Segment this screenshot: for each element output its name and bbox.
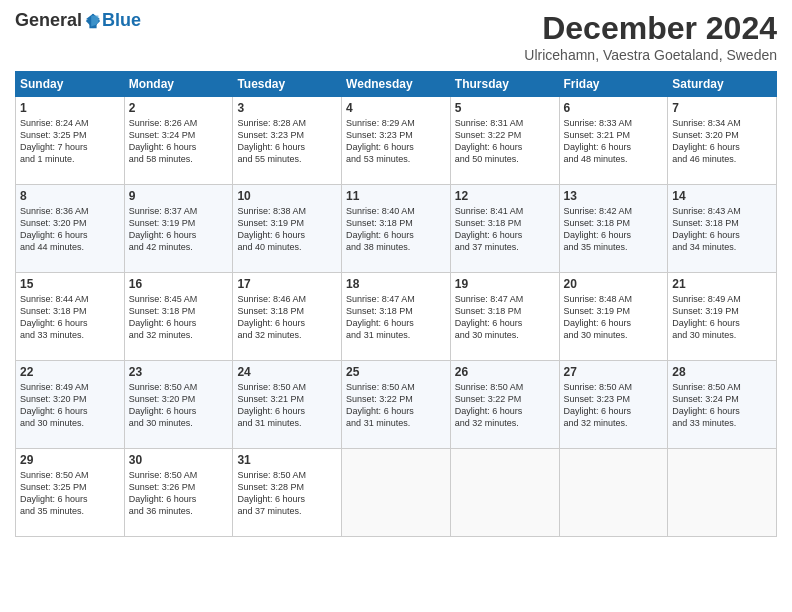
day-info: Sunrise: 8:50 AM Sunset: 3:28 PM Dayligh…: [237, 469, 337, 518]
logo-general: General: [15, 10, 82, 31]
day-number: 7: [672, 101, 772, 115]
day-number: 30: [129, 453, 229, 467]
day-info: Sunrise: 8:41 AM Sunset: 3:18 PM Dayligh…: [455, 205, 555, 254]
day-number: 29: [20, 453, 120, 467]
calendar-cell: 31Sunrise: 8:50 AM Sunset: 3:28 PM Dayli…: [233, 449, 342, 537]
day-info: Sunrise: 8:48 AM Sunset: 3:19 PM Dayligh…: [564, 293, 664, 342]
day-info: Sunrise: 8:50 AM Sunset: 3:22 PM Dayligh…: [455, 381, 555, 430]
day-info: Sunrise: 8:40 AM Sunset: 3:18 PM Dayligh…: [346, 205, 446, 254]
calendar-cell: [559, 449, 668, 537]
day-number: 6: [564, 101, 664, 115]
day-number: 22: [20, 365, 120, 379]
calendar-cell: 1Sunrise: 8:24 AM Sunset: 3:25 PM Daylig…: [16, 97, 125, 185]
day-number: 16: [129, 277, 229, 291]
calendar-cell: [450, 449, 559, 537]
calendar-cell: 27Sunrise: 8:50 AM Sunset: 3:23 PM Dayli…: [559, 361, 668, 449]
calendar-cell: 19Sunrise: 8:47 AM Sunset: 3:18 PM Dayli…: [450, 273, 559, 361]
day-number: 5: [455, 101, 555, 115]
calendar-cell: 24Sunrise: 8:50 AM Sunset: 3:21 PM Dayli…: [233, 361, 342, 449]
day-info: Sunrise: 8:50 AM Sunset: 3:20 PM Dayligh…: [129, 381, 229, 430]
day-number: 20: [564, 277, 664, 291]
calendar-cell: 10Sunrise: 8:38 AM Sunset: 3:19 PM Dayli…: [233, 185, 342, 273]
day-info: Sunrise: 8:29 AM Sunset: 3:23 PM Dayligh…: [346, 117, 446, 166]
day-info: Sunrise: 8:31 AM Sunset: 3:22 PM Dayligh…: [455, 117, 555, 166]
calendar-cell: 23Sunrise: 8:50 AM Sunset: 3:20 PM Dayli…: [124, 361, 233, 449]
calendar-cell: 2Sunrise: 8:26 AM Sunset: 3:24 PM Daylig…: [124, 97, 233, 185]
calendar-cell: 18Sunrise: 8:47 AM Sunset: 3:18 PM Dayli…: [342, 273, 451, 361]
weekday-header-saturday: Saturday: [668, 72, 777, 97]
logo-blue: Blue: [102, 10, 141, 31]
calendar-cell: 3Sunrise: 8:28 AM Sunset: 3:23 PM Daylig…: [233, 97, 342, 185]
weekday-header-monday: Monday: [124, 72, 233, 97]
day-info: Sunrise: 8:50 AM Sunset: 3:23 PM Dayligh…: [564, 381, 664, 430]
calendar-cell: 11Sunrise: 8:40 AM Sunset: 3:18 PM Dayli…: [342, 185, 451, 273]
day-number: 24: [237, 365, 337, 379]
calendar-week-4: 22Sunrise: 8:49 AM Sunset: 3:20 PM Dayli…: [16, 361, 777, 449]
day-number: 18: [346, 277, 446, 291]
day-info: Sunrise: 8:28 AM Sunset: 3:23 PM Dayligh…: [237, 117, 337, 166]
day-info: Sunrise: 8:36 AM Sunset: 3:20 PM Dayligh…: [20, 205, 120, 254]
calendar-cell: 7Sunrise: 8:34 AM Sunset: 3:20 PM Daylig…: [668, 97, 777, 185]
day-info: Sunrise: 8:49 AM Sunset: 3:19 PM Dayligh…: [672, 293, 772, 342]
day-number: 13: [564, 189, 664, 203]
calendar-cell: 16Sunrise: 8:45 AM Sunset: 3:18 PM Dayli…: [124, 273, 233, 361]
day-number: 2: [129, 101, 229, 115]
weekday-header-friday: Friday: [559, 72, 668, 97]
day-number: 10: [237, 189, 337, 203]
calendar-week-1: 1Sunrise: 8:24 AM Sunset: 3:25 PM Daylig…: [16, 97, 777, 185]
calendar-cell: 30Sunrise: 8:50 AM Sunset: 3:26 PM Dayli…: [124, 449, 233, 537]
day-number: 4: [346, 101, 446, 115]
day-info: Sunrise: 8:37 AM Sunset: 3:19 PM Dayligh…: [129, 205, 229, 254]
day-number: 27: [564, 365, 664, 379]
weekday-header-tuesday: Tuesday: [233, 72, 342, 97]
logo-icon: [84, 12, 102, 30]
title-block: December 2024 Ulricehamn, Vaestra Goetal…: [524, 10, 777, 63]
calendar-cell: 25Sunrise: 8:50 AM Sunset: 3:22 PM Dayli…: [342, 361, 451, 449]
day-number: 23: [129, 365, 229, 379]
calendar-week-2: 8Sunrise: 8:36 AM Sunset: 3:20 PM Daylig…: [16, 185, 777, 273]
calendar-cell: 8Sunrise: 8:36 AM Sunset: 3:20 PM Daylig…: [16, 185, 125, 273]
calendar-cell: 9Sunrise: 8:37 AM Sunset: 3:19 PM Daylig…: [124, 185, 233, 273]
day-info: Sunrise: 8:46 AM Sunset: 3:18 PM Dayligh…: [237, 293, 337, 342]
day-number: 15: [20, 277, 120, 291]
day-info: Sunrise: 8:33 AM Sunset: 3:21 PM Dayligh…: [564, 117, 664, 166]
calendar-table: SundayMondayTuesdayWednesdayThursdayFrid…: [15, 71, 777, 537]
day-number: 25: [346, 365, 446, 379]
day-number: 21: [672, 277, 772, 291]
day-info: Sunrise: 8:50 AM Sunset: 3:21 PM Dayligh…: [237, 381, 337, 430]
day-info: Sunrise: 8:43 AM Sunset: 3:18 PM Dayligh…: [672, 205, 772, 254]
day-info: Sunrise: 8:26 AM Sunset: 3:24 PM Dayligh…: [129, 117, 229, 166]
calendar-cell: 22Sunrise: 8:49 AM Sunset: 3:20 PM Dayli…: [16, 361, 125, 449]
calendar-cell: 12Sunrise: 8:41 AM Sunset: 3:18 PM Dayli…: [450, 185, 559, 273]
calendar-cell: 21Sunrise: 8:49 AM Sunset: 3:19 PM Dayli…: [668, 273, 777, 361]
calendar-cell: [342, 449, 451, 537]
day-number: 17: [237, 277, 337, 291]
calendar-cell: 17Sunrise: 8:46 AM Sunset: 3:18 PM Dayli…: [233, 273, 342, 361]
day-info: Sunrise: 8:47 AM Sunset: 3:18 PM Dayligh…: [455, 293, 555, 342]
calendar-cell: 15Sunrise: 8:44 AM Sunset: 3:18 PM Dayli…: [16, 273, 125, 361]
day-number: 8: [20, 189, 120, 203]
calendar-cell: 4Sunrise: 8:29 AM Sunset: 3:23 PM Daylig…: [342, 97, 451, 185]
page: General Blue December 2024 Ulricehamn, V…: [0, 0, 792, 612]
logo: General Blue: [15, 10, 141, 31]
calendar-cell: 20Sunrise: 8:48 AM Sunset: 3:19 PM Dayli…: [559, 273, 668, 361]
day-info: Sunrise: 8:42 AM Sunset: 3:18 PM Dayligh…: [564, 205, 664, 254]
day-number: 3: [237, 101, 337, 115]
day-number: 19: [455, 277, 555, 291]
day-info: Sunrise: 8:50 AM Sunset: 3:26 PM Dayligh…: [129, 469, 229, 518]
calendar-cell: 26Sunrise: 8:50 AM Sunset: 3:22 PM Dayli…: [450, 361, 559, 449]
day-info: Sunrise: 8:34 AM Sunset: 3:20 PM Dayligh…: [672, 117, 772, 166]
day-number: 9: [129, 189, 229, 203]
day-number: 31: [237, 453, 337, 467]
calendar-cell: 6Sunrise: 8:33 AM Sunset: 3:21 PM Daylig…: [559, 97, 668, 185]
header: General Blue December 2024 Ulricehamn, V…: [15, 10, 777, 63]
day-info: Sunrise: 8:44 AM Sunset: 3:18 PM Dayligh…: [20, 293, 120, 342]
day-info: Sunrise: 8:45 AM Sunset: 3:18 PM Dayligh…: [129, 293, 229, 342]
calendar-week-3: 15Sunrise: 8:44 AM Sunset: 3:18 PM Dayli…: [16, 273, 777, 361]
weekday-header-sunday: Sunday: [16, 72, 125, 97]
calendar-cell: 5Sunrise: 8:31 AM Sunset: 3:22 PM Daylig…: [450, 97, 559, 185]
logo-text: General Blue: [15, 10, 141, 31]
day-number: 26: [455, 365, 555, 379]
day-number: 14: [672, 189, 772, 203]
day-info: Sunrise: 8:50 AM Sunset: 3:24 PM Dayligh…: [672, 381, 772, 430]
